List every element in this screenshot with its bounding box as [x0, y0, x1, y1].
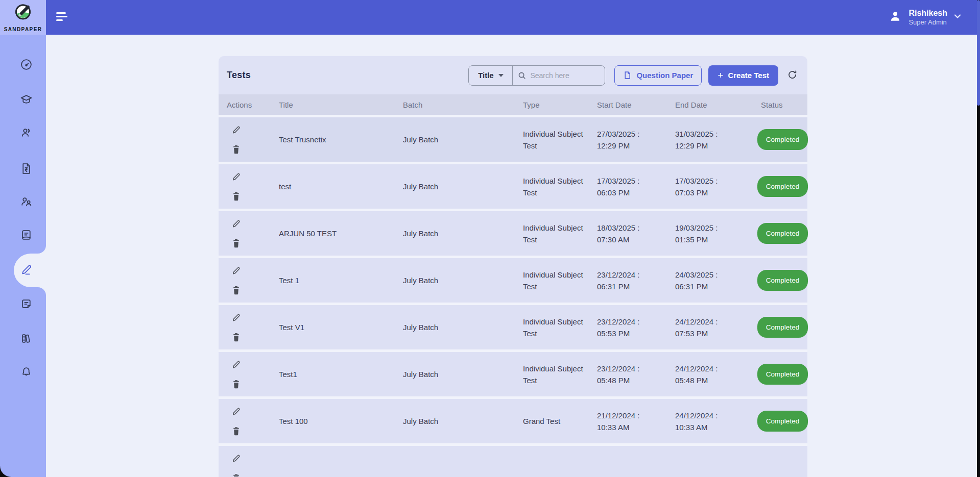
question-paper-label: Question Paper	[636, 71, 693, 80]
type-cell: Individual Subject Test	[523, 222, 587, 245]
column-header-type: Type	[520, 101, 594, 109]
library-books-icon	[20, 332, 33, 347]
batch-cell: July Batch	[400, 368, 520, 380]
brand-name: SANDPAPER	[4, 27, 42, 32]
status-badge: Completed	[757, 176, 808, 197]
delete-trash-icon[interactable]	[231, 379, 242, 389]
end-date-cell: 24/12/2024 : 05:48 PM	[675, 363, 737, 386]
batch-cell: July Batch	[400, 134, 520, 145]
app-logo: SANDPAPER	[0, 0, 46, 35]
type-cell: Individual Subject Test	[523, 363, 587, 386]
delete-trash-icon[interactable]	[231, 425, 242, 436]
type-cell: Individual Subject Test	[523, 269, 587, 292]
sidebar-item-fees[interactable]	[13, 158, 39, 181]
sidebar-item-dashboard[interactable]	[13, 54, 39, 77]
dropdown-caret-icon	[498, 74, 504, 77]
column-header-status: Status	[758, 101, 807, 109]
test-title-cell: Test 1	[276, 274, 400, 286]
edit-pencil-icon[interactable]	[231, 265, 242, 276]
batch-cell: July Batch	[400, 274, 520, 286]
row-actions	[219, 453, 276, 477]
status-badge: Completed	[757, 411, 808, 432]
create-test-button[interactable]: + Create Test	[708, 65, 778, 86]
plus-icon: +	[718, 70, 723, 80]
batch-cell: July Batch	[400, 415, 520, 427]
table-body: Test Trusnetix July Batch Individual Sub…	[219, 115, 807, 477]
graduation-cap-icon	[20, 93, 33, 108]
edit-pencil-icon[interactable]	[231, 453, 242, 464]
filter-selected-value: Title	[478, 71, 494, 80]
test-title-cell: Test1	[276, 368, 400, 380]
row-actions	[219, 218, 276, 248]
start-date-cell: 23/12/2024 : 06:31 PM	[597, 269, 659, 292]
status-badge: Completed	[757, 317, 808, 338]
table-row	[219, 443, 807, 477]
edit-pencil-icon[interactable]	[231, 312, 242, 323]
delete-trash-icon[interactable]	[231, 472, 242, 477]
test-title-cell: ARJUN 50 TEST	[276, 228, 400, 239]
dashboard-gauge-icon	[20, 58, 33, 73]
chevron-down-icon[interactable]	[953, 12, 962, 22]
hamburger-menu-icon[interactable]	[56, 12, 68, 22]
sandpaper-logo-icon	[12, 3, 34, 26]
column-header-end-date: End Date	[672, 101, 758, 109]
active-nav-curve-bottom	[38, 287, 46, 295]
column-header-actions: Actions	[219, 101, 276, 109]
user-name: Rishikesh	[909, 8, 947, 18]
edit-pencil-icon[interactable]	[231, 359, 242, 370]
edit-pencil-icon[interactable]	[231, 171, 242, 182]
type-cell: Individual Subject Test	[523, 175, 587, 198]
type-cell: Individual Subject Test	[523, 316, 587, 339]
sidebar-item-tests[interactable]	[13, 259, 39, 282]
sidebar-item-library[interactable]	[13, 328, 39, 350]
sidebar-item-academics[interactable]	[13, 89, 39, 112]
start-date-cell: 27/03/2025 : 12:29 PM	[597, 128, 659, 152]
main-content: Tests Title Question Paper +	[46, 35, 977, 477]
edit-pencil-icon[interactable]	[231, 124, 242, 135]
start-date-cell: 21/12/2024 : 10:33 AM	[597, 410, 659, 433]
assignments-clipboard-icon	[20, 297, 33, 312]
row-actions	[219, 124, 276, 155]
start-date-cell: 18/03/2025 : 07:30 AM	[597, 222, 659, 245]
students-icon	[20, 127, 33, 141]
row-actions	[219, 406, 276, 436]
delete-trash-icon[interactable]	[231, 238, 242, 248]
user-profile-menu[interactable]: Rishikesh Super Admin	[888, 0, 962, 35]
row-actions	[219, 312, 276, 342]
document-icon	[623, 71, 632, 80]
status-badge: Completed	[757, 270, 808, 291]
filter-dropdown[interactable]: Title	[469, 66, 513, 85]
table-row: Test Trusnetix July Batch Individual Sub…	[219, 115, 807, 162]
sidebar-item-students[interactable]	[13, 122, 39, 145]
end-date-cell: 24/03/2025 : 06:31 PM	[675, 269, 737, 292]
delete-trash-icon[interactable]	[231, 285, 242, 295]
type-cell: Grand Test	[523, 415, 560, 427]
user-role: Super Admin	[909, 18, 947, 27]
edit-pencil-icon[interactable]	[231, 218, 242, 229]
sidebar-item-courses[interactable]	[13, 224, 39, 247]
column-header-title: Title	[276, 101, 400, 109]
table-row: Test 1 July Batch Individual Subject Tes…	[219, 256, 807, 303]
test-title-cell: Test V1	[276, 321, 400, 333]
tests-panel: Tests Title Question Paper +	[219, 56, 807, 477]
sidebar-item-assignments[interactable]	[13, 293, 39, 316]
test-title-cell: Test Trusnetix	[276, 134, 400, 145]
delete-trash-icon[interactable]	[231, 191, 242, 202]
test-title-cell: Test 100	[276, 415, 400, 427]
edit-pencil-icon[interactable]	[231, 406, 242, 417]
end-date-cell: 17/03/2025 : 07:03 PM	[675, 175, 737, 198]
sidebar-item-notifications[interactable]	[13, 361, 39, 384]
question-paper-button[interactable]: Question Paper	[614, 65, 702, 86]
search-input[interactable]	[530, 71, 600, 80]
test-title-cell: test	[276, 181, 400, 192]
column-header-start-date: Start Date	[594, 101, 672, 109]
refresh-button[interactable]	[787, 69, 799, 82]
sidebar-item-parents[interactable]	[13, 191, 39, 214]
tests-pencil-icon	[20, 263, 33, 278]
delete-trash-icon[interactable]	[231, 144, 242, 155]
page-scrollbar-thumb[interactable]	[977, 0, 980, 106]
topbar: Rishikesh Super Admin	[46, 0, 977, 35]
end-date-cell: 31/03/2025 : 12:29 PM	[675, 128, 737, 152]
delete-trash-icon[interactable]	[231, 332, 242, 342]
create-test-label: Create Test	[728, 71, 769, 80]
